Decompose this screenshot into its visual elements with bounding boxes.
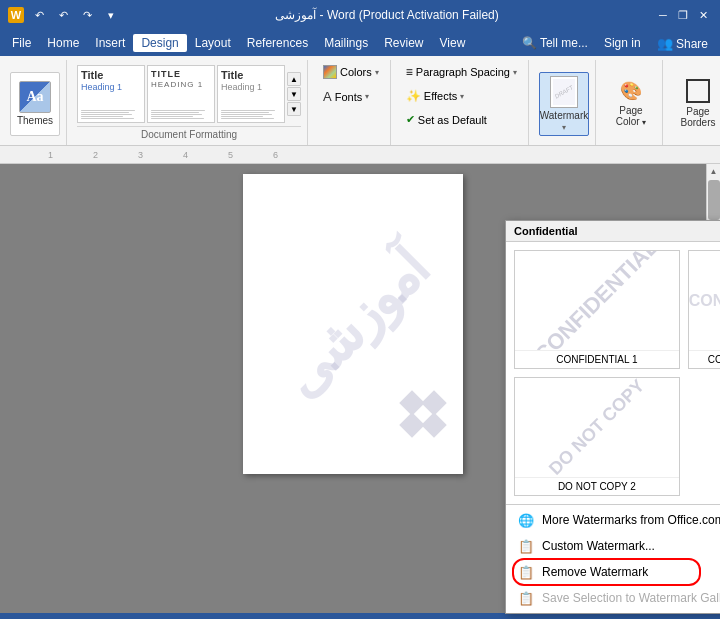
menu-design[interactable]: Design (133, 34, 186, 52)
watermark-icon: DRAFT (550, 76, 578, 108)
more-watermarks-item[interactable]: 🌐 More Watermarks from Office.com › (506, 507, 720, 533)
para-spacing-button[interactable]: ≡ Paragraph Spacing ▾ (401, 62, 522, 82)
save-gallery-label: Save Selection to Watermark Gallery... (542, 591, 720, 605)
window-title: آموزشی - Word (Product Activation Failed… (120, 8, 654, 22)
save-gallery-icon: 📋 (518, 590, 534, 606)
wm-item-confidential1[interactable]: CONFIDENTIAL CONFIDENTIAL 1 (514, 250, 680, 369)
menu-bar: File Home Insert Design Layout Reference… (0, 30, 720, 56)
close-btn[interactable]: ✕ (694, 6, 712, 24)
style-thumb-2[interactable]: TITLE HEADING 1 (147, 65, 215, 123)
menu-home[interactable]: Home (39, 34, 87, 52)
ribbon-group-themes: Aa Themes (4, 60, 67, 145)
menu-review[interactable]: Review (376, 34, 431, 52)
page-color-arrow: ▾ (642, 118, 646, 127)
watermark-ribbon-label: Watermark (540, 110, 589, 121)
ribbon-group-page-borders: Page Borders (667, 60, 720, 145)
undo-btn[interactable]: ↶ (30, 6, 48, 24)
page-color-button[interactable]: 🎨 Page Color ▾ (606, 72, 656, 136)
doc-watermark-diamonds (403, 394, 443, 434)
fonts-arrow: ▾ (365, 92, 369, 101)
para-content: ≡ Paragraph Spacing ▾ ✨ Effects ▾ ✔ Set … (401, 62, 522, 145)
menu-references[interactable]: References (239, 34, 316, 52)
ribbon-group-colors-fonts: Colors ▾ A Fonts ▾ (312, 60, 391, 145)
minimize-btn[interactable]: ─ (654, 6, 672, 24)
style3-lines (221, 93, 281, 119)
style-thumb-3[interactable]: Title Heading 1 (217, 65, 285, 123)
watermark-content: DRAFT Watermark ▾ (539, 62, 589, 145)
app-icon: W (8, 7, 24, 23)
wm-text-1: CONFIDENTIAL (530, 251, 664, 351)
para-arrow: ▾ (513, 68, 517, 77)
share-btn[interactable]: 👥 Share (649, 34, 716, 53)
doc-watermark: آموزشی (267, 238, 439, 410)
style2-lines (151, 90, 211, 119)
effects-button[interactable]: ✨ Effects ▾ (401, 86, 469, 106)
checkmark-icon: ✔ (406, 113, 415, 126)
window-controls: ─ ❐ ✕ (654, 6, 712, 24)
custom-watermark-label: Custom Watermark... (542, 539, 655, 553)
scroll-up-btn[interactable]: ▲ (287, 72, 301, 86)
colors-swatch (323, 65, 337, 79)
remove-watermark-icon: 📋 (518, 564, 534, 580)
themes-label: Themes (17, 115, 53, 126)
wm-text-4: DO NOT COPY (545, 378, 649, 478)
style2-title: TITLE (151, 69, 211, 79)
custom-watermark-item[interactable]: 📋 Custom Watermark... (506, 533, 720, 559)
sign-in[interactable]: Sign in (596, 34, 649, 52)
menu-insert[interactable]: Insert (87, 34, 133, 52)
wm-grid: CONFIDENTIAL CONFIDENTIAL 1 CONFIDENTIAL… (506, 242, 720, 504)
scroll-up-arrow[interactable]: ▲ (707, 164, 720, 178)
colors-label: Colors (340, 66, 372, 78)
menu-file[interactable]: File (4, 34, 39, 52)
set-default-button[interactable]: ✔ Set as Default (401, 110, 492, 129)
menu-mailings[interactable]: Mailings (316, 34, 376, 52)
themes-icon: Aa (19, 81, 51, 113)
wm-label-4: DO NOT COPY 2 (515, 478, 679, 495)
wm-preview-1: CONFIDENTIAL (515, 251, 679, 351)
watermark-dropdown: Confidential CONFIDENTIAL CONFIDENTIAL 1… (505, 220, 720, 614)
more-watermarks-icon: 🌐 (518, 512, 534, 528)
title-bar: W ↶ ↶ ↷ ▾ آموزشی - Word (Product Activat… (0, 0, 720, 30)
wm-item-confidential2[interactable]: CONFIDENTIAL CONFIDENTIAL 2 (688, 250, 720, 369)
tell-me[interactable]: 🔍 Tell me... (514, 34, 596, 52)
style3-heading: Heading 1 (221, 82, 281, 92)
fonts-icon: A (323, 89, 332, 104)
themes-content: Aa Themes (10, 62, 60, 145)
watermark-button[interactable]: DRAFT Watermark ▾ (539, 72, 589, 136)
style-thumb-1[interactable]: Title Heading 1 (77, 65, 145, 123)
effects-label: Effects (424, 90, 457, 102)
page-color-content: 🎨 Page Color ▾ (606, 62, 656, 145)
page-color-label: Page Color ▾ (606, 105, 656, 127)
scroll-thumb[interactable] (708, 180, 720, 220)
fonts-label: Fonts (335, 91, 363, 103)
ribbon-group-para: ≡ Paragraph Spacing ▾ ✨ Effects ▾ ✔ Set … (395, 60, 529, 145)
ribbon-group-watermark: DRAFT Watermark ▾ (533, 60, 596, 145)
menu-view[interactable]: View (432, 34, 474, 52)
title-bar-left: W ↶ ↶ ↷ ▾ (8, 6, 120, 24)
remove-watermark-item[interactable]: 📋 Remove Watermark (506, 559, 720, 585)
scroll-down-btn[interactable]: ▼ (287, 87, 301, 101)
menu-layout[interactable]: Layout (187, 34, 239, 52)
wm-label-1: CONFIDENTIAL 1 (515, 351, 679, 368)
custom-watermark-icon: 📋 (518, 538, 534, 554)
fonts-button[interactable]: A Fonts ▾ (318, 86, 374, 107)
wm-item-donotcopy2[interactable]: DO NOT COPY DO NOT COPY 2 (514, 377, 680, 496)
ribbon-group-page-color: 🎨 Page Color ▾ (600, 60, 663, 145)
undo-btn2[interactable]: ↶ (54, 6, 72, 24)
scroll-more-btn[interactable]: ▼ (287, 102, 301, 116)
colors-arrow: ▾ (375, 68, 379, 77)
main-area: آموزشی ▲ ▼ Confidential CONFIDENTIAL CON… (0, 164, 720, 613)
themes-button[interactable]: Aa Themes (10, 72, 60, 136)
customize-btn[interactable]: ▾ (102, 6, 120, 24)
colors-button[interactable]: Colors ▾ (318, 62, 384, 82)
restore-btn[interactable]: ❐ (674, 6, 692, 24)
watermark-dropdown-arrow: ▾ (562, 123, 566, 132)
ribbon-group-doc-format: Title Heading 1 TITLE HEADING 1 (71, 60, 308, 145)
wm-text-2: CONFIDENTIAL (689, 292, 720, 310)
wm-preview-2: CONFIDENTIAL (689, 251, 720, 351)
set-default-label: Set as Default (418, 114, 487, 126)
redo-btn[interactable]: ↷ (78, 6, 96, 24)
remove-watermark-label: Remove Watermark (542, 565, 648, 579)
page-borders-button[interactable]: Page Borders (673, 72, 720, 136)
document-page: آموزشی (243, 174, 463, 474)
